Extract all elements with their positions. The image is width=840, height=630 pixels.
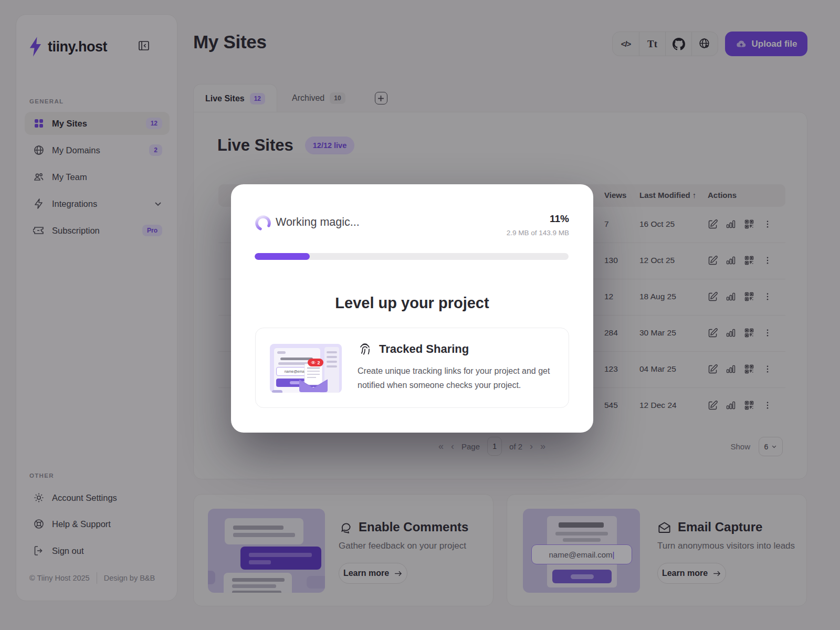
- eye-icon: [311, 360, 316, 365]
- feature-title: Tracked Sharing: [379, 342, 469, 356]
- spinner-icon: [255, 215, 271, 232]
- envelope-letter-graphic: [297, 363, 330, 393]
- feature-description: Create unique tracking links for your pr…: [358, 364, 553, 392]
- upload-percent: 11%: [550, 213, 569, 225]
- upload-size-progress: 2.9 MB of 143.9 MB: [507, 229, 569, 237]
- progress-bar-fill: [255, 253, 310, 260]
- modal-promo-heading: Level up your project: [231, 295, 593, 312]
- app-root: tiiny.host GENERAL My Sites 12 My Domain…: [0, 0, 840, 630]
- upload-status-text: Working magic...: [276, 216, 360, 229]
- tracked-sharing-illustration: name@email.co: [270, 344, 342, 393]
- upload-progress-modal: Working magic... 11% 2.9 MB of 143.9 MB …: [231, 184, 593, 433]
- fingerprint-icon: [358, 342, 372, 356]
- tracked-sharing-card[interactable]: name@email.co: [255, 328, 569, 408]
- progress-bar: [255, 253, 569, 260]
- view-count-badge: 2: [308, 359, 323, 366]
